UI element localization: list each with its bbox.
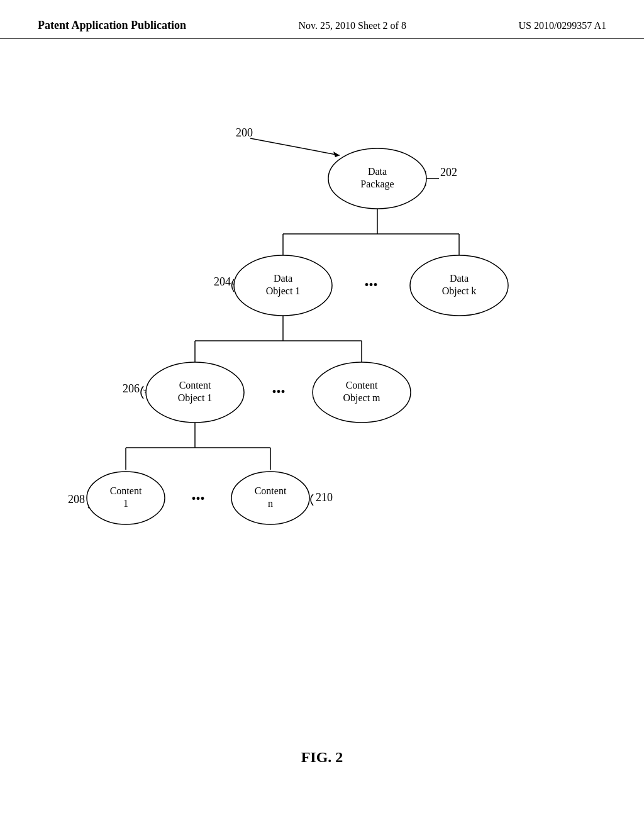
data-object-1-label-line2: Object 1 (266, 285, 301, 297)
svg-line-0 (250, 138, 340, 155)
data-object-1-label-line1: Data (274, 273, 292, 284)
dots-data-objects: ••• (364, 278, 377, 292)
ref-202: 202 (440, 166, 457, 179)
ref-208: 208 (68, 493, 85, 506)
content-1-label-line2: 1 (123, 498, 128, 509)
content-object-1-label-line2: Object 1 (178, 392, 213, 404)
content-object-1-label-line1: Content (179, 380, 211, 390)
ref-200: 200 (236, 126, 253, 139)
content-n-label-line1: Content (255, 485, 287, 496)
header-patent-number: US 2010/0299357 A1 (518, 20, 606, 31)
header-date-sheet: Nov. 25, 2010 Sheet 2 of 8 (299, 20, 406, 31)
figure-label: FIG. 2 (301, 749, 343, 765)
data-package-label-line2: Package (360, 179, 394, 190)
content-1-label-line1: Content (110, 485, 142, 496)
content-object-m-label-line1: Content (346, 380, 378, 390)
content-n-label-line2: n (268, 498, 273, 509)
page-header: Patent Application Publication Nov. 25, … (0, 0, 644, 39)
ref-204: 204 (214, 275, 231, 288)
patent-diagram: 200 202 Data Package ••• 204 Data (0, 39, 644, 794)
content-object-m-label-line2: Object m (343, 392, 380, 404)
data-object-k-label-line2: Object k (442, 285, 477, 297)
svg-marker-1 (333, 152, 340, 157)
dots-contents: ••• (191, 492, 204, 506)
header-publication-title: Patent Application Publication (38, 19, 186, 32)
diagram-area: 200 202 Data Package ••• 204 Data (0, 39, 644, 794)
ref-206: 206 (123, 382, 140, 395)
data-package-label-line1: Data (368, 166, 387, 177)
dots-content-objects: ••• (272, 385, 285, 399)
data-object-k-label-line1: Data (450, 273, 469, 284)
ref-210: 210 (316, 491, 333, 504)
